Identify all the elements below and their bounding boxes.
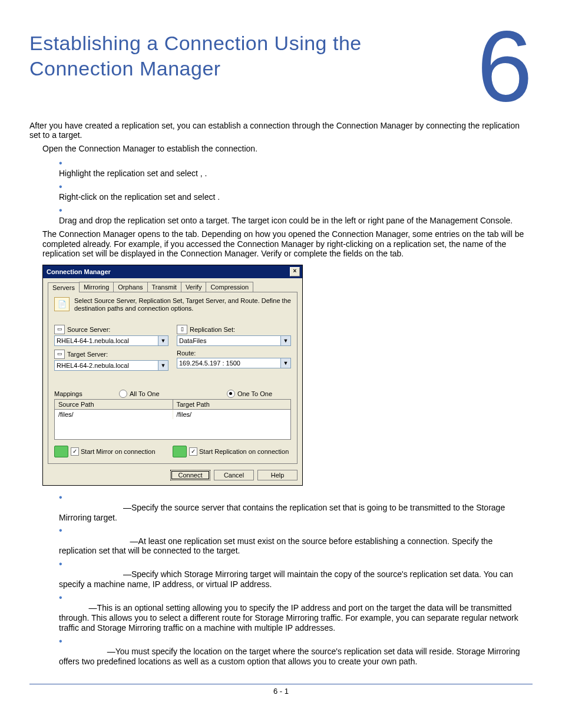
open-method-3: Drag and drop the replication set onto a… (59, 216, 524, 226)
repset-label: Replication Set: (190, 326, 235, 333)
tab-servers[interactable]: Servers (48, 282, 80, 292)
repset-icon: ▯ (177, 325, 187, 334)
instruction-text: Select Source Server, Replication Set, T… (74, 297, 291, 312)
connect-button[interactable]: Connect (170, 470, 210, 480)
target-server-label: Target Server: (67, 351, 108, 358)
mappings-grid[interactable]: Source Path Target Path /files/ /files/ (54, 399, 291, 440)
help-button[interactable]: Help (257, 470, 297, 480)
chevron-down-icon[interactable]: ▼ (158, 335, 168, 346)
cancel-button[interactable]: Cancel (214, 470, 254, 480)
list-item: —Specify which Storage Mirroring target … (59, 569, 524, 589)
server-icon: ▭ (54, 350, 65, 359)
instruction-icon: 📄 (54, 297, 70, 311)
list-item: —Specify the source server that contains… (59, 503, 524, 523)
tab-transmit[interactable]: Transmit (147, 282, 181, 292)
close-icon[interactable]: × (290, 267, 300, 276)
radio-one-to-one[interactable]: One To One (208, 390, 291, 398)
label-start-replication: Start Replication on connection (199, 448, 289, 455)
tab-row: Servers Mirroring Orphans Transmit Verif… (48, 282, 297, 292)
list-item: —At least one replication set must exist… (59, 536, 524, 556)
list-item: —This is an optional setting allowing yo… (59, 603, 524, 633)
tab-verify[interactable]: Verify (181, 282, 207, 292)
table-row[interactable]: /files/ /files/ (55, 410, 290, 419)
source-server-input[interactable] (54, 335, 158, 346)
intro-paragraph: After you have created a replication set… (29, 121, 533, 141)
open-methods-list: Highlight the replication set and select… (59, 157, 533, 226)
chevron-down-icon[interactable]: ▼ (281, 358, 291, 368)
tab-orphans[interactable]: Orphans (113, 282, 147, 292)
chevron-down-icon[interactable]: ▼ (281, 335, 291, 346)
step-open: Open the Connection Manager to establish… (42, 144, 533, 154)
col-source-path: Source Path (55, 400, 173, 409)
source-server-label: Source Server: (67, 326, 110, 333)
chevron-down-icon[interactable]: ▼ (158, 360, 168, 371)
server-icon: ▭ (54, 325, 65, 334)
connection-manager-dialog: Connection Manager × Servers Mirroring O… (42, 265, 303, 485)
radio-all-to-one[interactable]: All To One (119, 390, 202, 398)
replication-icon (173, 446, 187, 457)
open-method-2: Right-click on the replication set and s… (59, 192, 524, 202)
chapter-number: 6 (477, 24, 533, 109)
label-start-mirror: Start Mirror on connection (81, 448, 156, 455)
dialog-title: Connection Manager (47, 268, 111, 275)
checkbox-start-mirror[interactable]: ✓ (71, 447, 79, 456)
target-server-input[interactable] (54, 360, 158, 371)
checkbox-start-replication[interactable]: ✓ (189, 447, 197, 456)
route-label: Route: (177, 350, 196, 357)
dialog-titlebar: Connection Manager × (43, 265, 302, 278)
open-method-1: Highlight the replication set and select… (59, 169, 524, 179)
route-input[interactable] (177, 358, 281, 368)
mirror-icon (54, 446, 68, 457)
page-footer: 6 - 1 (29, 687, 533, 696)
col-target-path: Target Path (173, 400, 291, 409)
after-open-paragraph: The Connection Manager opens to the tab.… (42, 229, 533, 259)
repset-input[interactable] (177, 335, 281, 346)
field-descriptions: —Specify the source server that contains… (59, 492, 533, 667)
mappings-label: Mappings (54, 390, 113, 397)
tab-mirroring[interactable]: Mirroring (79, 282, 114, 292)
chapter-title: Establishing a Connection Using the Conn… (29, 31, 465, 81)
tab-compression[interactable]: Compression (206, 282, 253, 292)
list-item: —You must specify the location on the ta… (59, 647, 524, 667)
